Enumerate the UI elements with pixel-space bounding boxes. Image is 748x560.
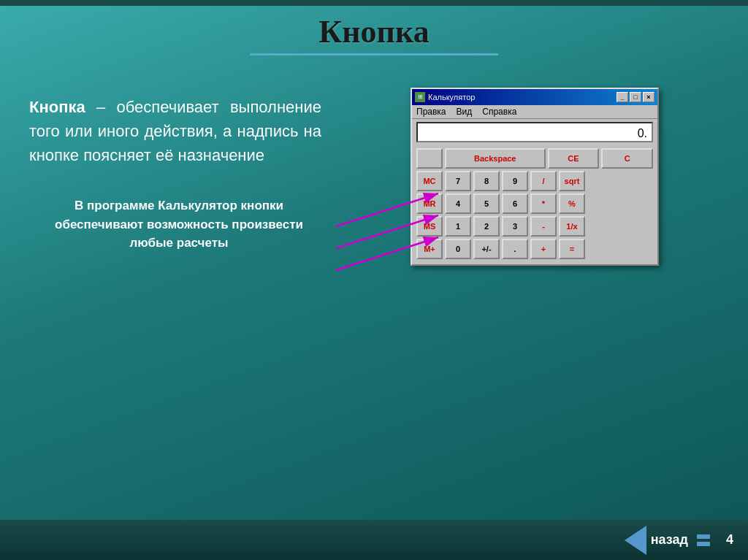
calc-btn-mc[interactable]: MC: [416, 171, 443, 191]
calc-row-2: MC 7 8 9 / sqrt: [416, 171, 653, 191]
calc-btn-5[interactable]: 5: [473, 193, 500, 214]
back-label[interactable]: назад: [651, 532, 688, 548]
calc-btn-4[interactable]: 4: [445, 193, 471, 214]
calc-btn-mr[interactable]: MR: [416, 193, 443, 214]
calc-btn-6[interactable]: 6: [502, 193, 528, 214]
calc-buttons: Backspace CE C MC 7 8 9 / sqrt MR 4: [412, 145, 657, 264]
calc-titlebar-left: ⊞ Калькулятор: [415, 92, 475, 102]
menu-vid[interactable]: Вид: [457, 107, 473, 117]
minimize-button[interactable]: _: [617, 92, 628, 102]
calc-btn-0[interactable]: 0: [445, 239, 471, 259]
right-panel: ⊞ Калькулятор _ □ × Правка Вид Справка 0…: [343, 80, 726, 266]
close-button[interactable]: ×: [643, 92, 654, 102]
title-underline: [250, 53, 498, 55]
calc-btn-backspace[interactable]: Backspace: [445, 148, 546, 169]
calc-btn-ce[interactable]: CE: [548, 148, 600, 169]
back-arrow-icon: [625, 526, 646, 555]
calc-row-4: MS 1 2 3 - 1/x: [416, 216, 653, 237]
maximize-button[interactable]: □: [630, 92, 641, 102]
calc-display: 0.: [416, 122, 653, 142]
calc-btn-7[interactable]: 7: [445, 171, 471, 191]
calc-btn-dot[interactable]: .: [502, 239, 528, 259]
calc-btn-9[interactable]: 9: [502, 171, 528, 191]
calc-window-title: Калькулятор: [428, 93, 475, 101]
calc-btn-1[interactable]: 1: [445, 216, 471, 237]
calc-row-1: Backspace CE C: [416, 148, 653, 169]
calc-btn-2[interactable]: 2: [473, 216, 500, 237]
top-bar: [0, 0, 748, 6]
slide-title: Кнопка: [0, 13, 748, 50]
calc-btn-ms[interactable]: MS: [416, 216, 443, 237]
bottom-bar: назад 4: [0, 520, 748, 560]
menu-spravka[interactable]: Справка: [482, 107, 516, 117]
calc-btn-8[interactable]: 8: [473, 171, 500, 191]
calc-btn-div[interactable]: /: [530, 171, 557, 191]
calc-btn-minus[interactable]: -: [530, 216, 557, 237]
main-description: Кнопка – обеспечивает выполнение того ил…: [29, 95, 321, 167]
title-section: Кнопка: [0, 13, 748, 55]
calc-menubar: Правка Вид Справка: [412, 105, 657, 119]
calc-btn-sqrt[interactable]: sqrt: [559, 171, 585, 191]
left-panel: Кнопка – обеспечивает выполнение того ил…: [22, 80, 329, 267]
calc-btn-sign[interactable]: +/-: [473, 239, 500, 259]
calc-btn-mul[interactable]: *: [530, 193, 557, 214]
calc-titlebar-buttons: _ □ ×: [617, 92, 654, 102]
calc-btn-plus[interactable]: +: [530, 239, 557, 259]
calc-btn-equals[interactable]: =: [559, 239, 585, 259]
nav-line-2: [697, 542, 710, 546]
calc-btn-pct[interactable]: %: [559, 193, 585, 214]
nav-lines-icon: [697, 534, 710, 546]
calc-row-5: M+ 0 +/- . + =: [416, 239, 653, 259]
calc-btn-c[interactable]: C: [601, 148, 653, 169]
nav-line-1: [697, 534, 710, 539]
calc-titlebar: ⊞ Калькулятор _ □ ×: [412, 89, 657, 105]
calc-btn-3[interactable]: 3: [502, 216, 528, 237]
calc-app-icon: ⊞: [415, 92, 425, 102]
content-area: Кнопка – обеспечивает выполнение того ил…: [22, 80, 726, 516]
dash: –: [85, 98, 117, 116]
calc-btn-mplus[interactable]: M+: [416, 239, 443, 259]
menu-pravka[interactable]: Правка: [416, 107, 446, 117]
calculator-window: ⊞ Калькулятор _ □ × Правка Вид Справка 0…: [411, 88, 659, 266]
slide-number: 4: [726, 532, 733, 548]
calc-btn-empty[interactable]: [416, 148, 443, 169]
calc-display-value: 0.: [638, 127, 647, 139]
sub-description: В программе Калькулятор кнопки обеспечив…: [37, 196, 321, 253]
bold-keyword: Кнопка: [29, 98, 85, 116]
calc-row-3: MR 4 5 6 * %: [416, 193, 653, 214]
nav-back-button[interactable]: назад: [625, 526, 688, 555]
calc-btn-recip[interactable]: 1/x: [559, 216, 585, 237]
